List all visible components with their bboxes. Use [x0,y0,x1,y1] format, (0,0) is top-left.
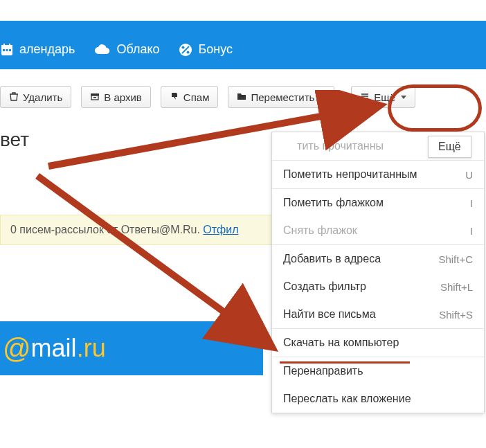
menu-find-all-label: Найти все письма [283,308,376,321]
delete-label: Удалить [23,91,62,103]
delete-button[interactable]: Удалить [0,86,71,108]
banner-text-b: .Ru. [180,224,204,235]
move-label: Переместить [251,91,314,103]
trash-icon [9,91,19,103]
more-label: Ещё [374,91,395,103]
menu-mark-unread[interactable]: Пометить непрочитанным U [272,161,484,188]
menu-download[interactable]: Скачать на компьютер [272,329,484,357]
svg-point-9 [187,51,190,53]
spam-button[interactable]: Спам [161,86,219,108]
logo-ru: ru [84,334,106,363]
calendar-icon [0,43,14,57]
more-button[interactable]: Ещё [351,86,415,108]
logo-at: @ [3,333,31,364]
cloud-icon [94,43,111,57]
svg-rect-2 [3,44,5,46]
banner-filter-link[interactable]: Отфил [203,224,238,235]
svg-rect-3 [9,44,10,46]
menu-find-all-shortcut: Shift+S [439,309,473,321]
nav-calendar[interactable]: алендарь [0,42,75,57]
menu-download-label: Скачать на компьютер [283,337,399,349]
archive-button[interactable]: В архив [81,86,151,108]
chevron-down-icon [320,96,325,99]
more-dropdown: Потить прочитанны Пометить непрочитанным… [271,132,485,413]
menu-create-filter[interactable]: Создать фильтр Shift+L [272,273,484,301]
nav-cloud-label: Облако [116,42,159,57]
folder-icon [237,91,246,103]
svg-rect-6 [9,49,11,51]
logo-dot: . [77,334,84,363]
toolbar: Удалить В архив Спам Переместить Ещё [0,69,486,125]
menu-add-address-label: Добавить в адреса [283,253,381,265]
menu-flag-shortcut: I [470,197,473,209]
menu-redirect-label: Перенаправить [283,365,363,377]
menu-mark-unread-label: Пометить непрочитанным [283,168,417,181]
svg-rect-5 [6,49,8,51]
archive-icon [90,91,100,103]
menu-find-all[interactable]: Найти все письма Shift+S [272,301,484,328]
menu-mark-read-label: тить прочитанны [297,140,384,152]
archive-label: В архив [104,91,142,103]
thumbs-down-icon [170,91,179,103]
logo-mail: mail [31,334,77,363]
top-navbar: алендарь Облако Бонус [0,21,486,69]
menu-forward-attachment[interactable]: Переслать как вложение [272,385,484,413]
annotation-underline [280,361,410,364]
menu-flag[interactable]: Пометить флажком I [272,189,484,217]
menu-unflag-shortcut: I [470,225,473,237]
banner-text-a: 0 писем-рассылок от Ответы@М [10,224,180,235]
nav-bonus[interactable]: Бонус [179,42,233,57]
menu-create-filter-shortcut: Shift+L [440,281,473,293]
svg-point-8 [182,46,185,48]
svg-rect-1 [1,45,12,48]
svg-rect-4 [3,49,5,51]
chevron-down-icon [401,96,406,99]
menu-add-address-shortcut: Shift+C [438,253,473,265]
list-icon [360,91,370,103]
nav-calendar-label: алендарь [19,42,75,57]
nav-bonus-label: Бонус [198,42,233,57]
nav-cloud[interactable]: Облако [94,42,159,57]
percent-icon [179,43,192,57]
more-tooltip: Ещё [428,136,471,158]
mailru-logo[interactable]: @mail.ru [0,321,263,375]
menu-forward-attachment-label: Переслать как вложение [283,393,411,405]
menu-unflag: Снять флажок I [272,217,484,244]
menu-add-address[interactable]: Добавить в адреса Shift+C [272,245,484,273]
move-button[interactable]: Переместить [228,86,334,108]
menu-create-filter-label: Создать фильтр [283,280,366,293]
menu-flag-label: Пометить флажком [283,197,384,209]
svg-rect-13 [93,97,96,98]
spam-label: Спам [183,91,210,103]
menu-mark-unread-shortcut: U [465,169,473,181]
menu-unflag-label: Снять флажок [283,224,357,237]
